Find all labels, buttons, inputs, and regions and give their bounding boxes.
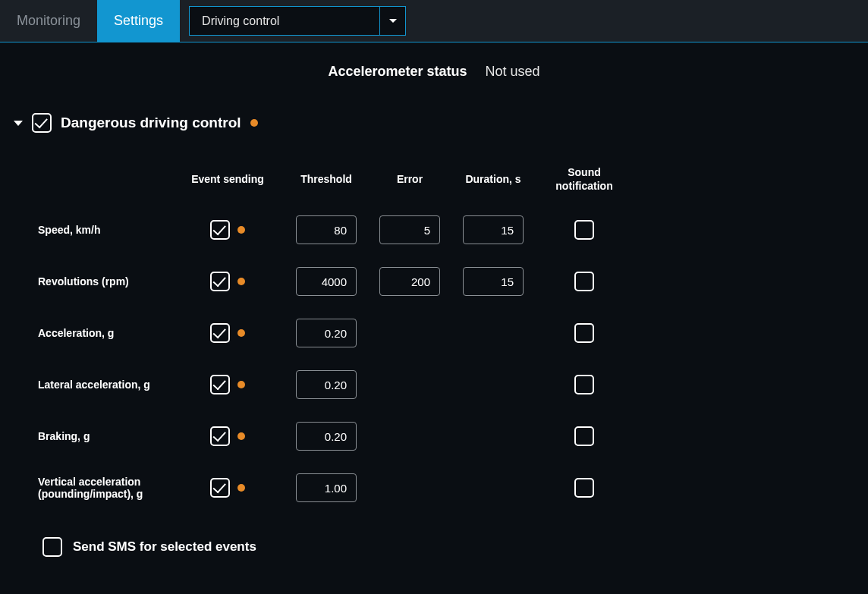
modified-indicator-icon xyxy=(237,484,245,492)
settings-dropdown-toggle[interactable] xyxy=(379,7,405,35)
threshold-input[interactable] xyxy=(296,215,357,244)
event-sending-cell xyxy=(175,426,281,446)
modified-indicator-icon xyxy=(237,381,245,388)
section-header: Dangerous driving control xyxy=(0,87,868,133)
sound-notification-checkbox[interactable] xyxy=(574,375,594,394)
row-label: Vertical acceleration (pounding/impact),… xyxy=(38,476,175,500)
event-sending-checkbox[interactable] xyxy=(210,220,230,240)
accelerometer-status-row: Accelerometer status Not used xyxy=(0,42,868,87)
sound-notification-checkbox[interactable] xyxy=(574,220,594,240)
threshold-input[interactable] xyxy=(296,319,357,347)
top-bar: Monitoring Settings Driving control xyxy=(0,0,868,42)
section-title: Dangerous driving control xyxy=(61,115,241,131)
duration-input[interactable] xyxy=(463,267,524,296)
duration-input[interactable] xyxy=(463,215,524,244)
event-sending-cell xyxy=(175,323,281,343)
settings-dropdown-label: Driving control xyxy=(190,7,379,35)
tab-monitoring[interactable]: Monitoring xyxy=(0,0,97,42)
threshold-input[interactable] xyxy=(296,267,357,296)
settings-table: Event sendingThresholdErrorDuration, sSo… xyxy=(0,133,868,502)
threshold-input[interactable] xyxy=(296,473,357,502)
event-sending-checkbox[interactable] xyxy=(210,323,230,343)
column-header: Error xyxy=(372,173,448,187)
event-sending-checkbox[interactable] xyxy=(210,375,230,394)
caret-down-icon xyxy=(389,19,397,23)
row-label: Braking, g xyxy=(38,430,175,442)
row-label: Acceleration, g xyxy=(38,327,175,339)
column-header: Sound notification xyxy=(539,166,630,193)
sound-notification-checkbox[interactable] xyxy=(574,323,594,343)
threshold-input[interactable] xyxy=(296,422,357,451)
row-label: Revolutions (rpm) xyxy=(38,275,175,288)
send-sms-checkbox[interactable] xyxy=(42,537,62,557)
modified-indicator-icon xyxy=(237,329,245,337)
event-sending-cell xyxy=(175,220,281,240)
accelerometer-status-label: Accelerometer status xyxy=(328,64,467,80)
error-input[interactable] xyxy=(379,267,440,296)
event-sending-checkbox[interactable] xyxy=(210,426,230,446)
send-sms-row: Send SMS for selected events xyxy=(0,502,868,557)
threshold-input[interactable] xyxy=(296,370,357,399)
column-header: Event sending xyxy=(175,173,281,187)
column-header: Duration, s xyxy=(448,173,539,187)
expand-toggle-icon[interactable] xyxy=(14,121,23,126)
modified-indicator-icon xyxy=(237,432,245,440)
event-sending-cell xyxy=(175,478,281,498)
tab-settings[interactable]: Settings xyxy=(97,0,180,42)
error-input[interactable] xyxy=(379,215,440,244)
event-sending-cell xyxy=(175,375,281,394)
event-sending-checkbox[interactable] xyxy=(210,272,230,291)
row-label: Lateral acceleration, g xyxy=(38,379,175,391)
dangerous-driving-checkbox[interactable] xyxy=(32,113,52,133)
event-sending-checkbox[interactable] xyxy=(210,478,230,498)
column-header: Threshold xyxy=(281,173,372,187)
send-sms-label: Send SMS for selected events xyxy=(73,539,256,555)
event-sending-cell xyxy=(175,272,281,291)
sound-notification-checkbox[interactable] xyxy=(574,478,594,498)
modified-indicator-icon xyxy=(250,119,258,127)
accelerometer-status-value: Not used xyxy=(486,64,540,80)
settings-dropdown[interactable]: Driving control xyxy=(189,6,406,36)
modified-indicator-icon xyxy=(237,226,245,234)
modified-indicator-icon xyxy=(237,278,245,285)
sound-notification-checkbox[interactable] xyxy=(574,272,594,291)
sound-notification-checkbox[interactable] xyxy=(574,426,594,446)
row-label: Speed, km/h xyxy=(38,224,175,236)
